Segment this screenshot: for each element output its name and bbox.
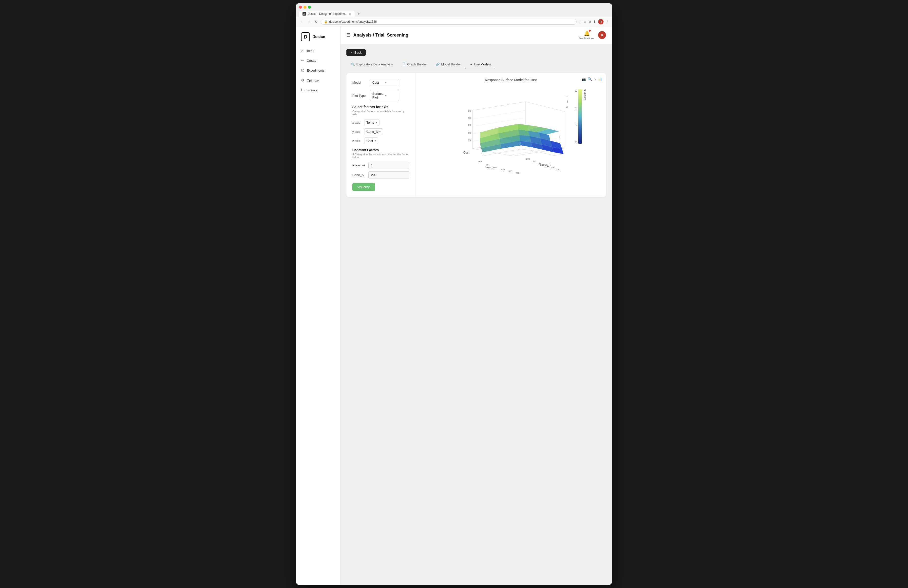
profile-button[interactable]: R xyxy=(598,19,604,24)
header-right: 🔔 Notifications R xyxy=(580,31,606,40)
bookmark-button[interactable]: ☆ xyxy=(584,20,587,24)
sidebar-item-optimize[interactable]: ⚙ Optimze xyxy=(296,76,340,85)
svg-text:95: 95 xyxy=(468,110,471,112)
maximize-traffic-light[interactable] xyxy=(308,6,311,9)
browser-tab[interactable]: D Desice - Design of Experime... ✕ xyxy=(299,11,354,17)
notification-badge xyxy=(589,30,591,32)
model-select-arrow: ▾ xyxy=(385,81,396,84)
select-factors-title: Select factors for axis xyxy=(353,105,409,109)
svg-text:+: + xyxy=(566,94,568,98)
nav-items: ⌂ Home ✏ Create ⬡ Experiments ⚙ Optimze … xyxy=(296,46,340,95)
svg-text:260: 260 xyxy=(544,164,547,167)
sidebar-item-experiments[interactable]: ⬡ Experiments xyxy=(296,66,340,75)
y-axis-label: y axis xyxy=(353,130,362,134)
home-chart-button[interactable]: ⌂ xyxy=(594,77,596,81)
x-axis-row: x axis Temp ▾ xyxy=(353,119,409,126)
chart-title: Response Surface Model for Cost xyxy=(420,78,601,82)
logo-icon: D xyxy=(301,32,310,41)
x-axis-select-arrow: ▾ xyxy=(376,121,377,124)
sidebar-item-create[interactable]: ✏ Create xyxy=(296,56,340,65)
svg-text:360: 360 xyxy=(493,166,496,169)
app-header: ☰ Analysis / Trial_Screening 🔔 Notificat… xyxy=(340,26,612,44)
tab-use-models[interactable]: ✦ Use Models xyxy=(465,60,496,69)
pressure-row: Pressure xyxy=(353,162,409,169)
tab-close-button[interactable]: ✕ xyxy=(349,12,351,16)
url-text: desice.io/experiments/analysis/1536 xyxy=(329,20,377,23)
temp-axis-label: Temp xyxy=(485,166,492,169)
svg-text:300: 300 xyxy=(556,168,560,171)
model-select[interactable]: Cost ▾ xyxy=(370,79,399,86)
zoom-button[interactable]: 🔍 xyxy=(588,77,592,81)
address-bar[interactable]: 🔒 desice.io/experiments/analysis/1536 xyxy=(321,19,576,25)
visualize-button[interactable]: Visualize xyxy=(353,183,375,191)
back-nav-button[interactable]: ← xyxy=(299,19,304,24)
constant-factors-section: Constant Factors If Categorical factor i… xyxy=(353,148,409,179)
model-field-row: Model Cost ▾ xyxy=(353,79,409,86)
sidebar-item-optimize-label: Optimze xyxy=(307,79,319,82)
tab-eda[interactable]: 🔍 Exploratory Data Analysis xyxy=(346,60,397,69)
constant-factors-title: Constant Factors xyxy=(353,148,409,152)
close-traffic-light[interactable] xyxy=(299,6,302,9)
experiments-icon: ⬡ xyxy=(301,68,304,72)
create-icon: ✏ xyxy=(301,58,304,63)
download-button[interactable]: ⬇ xyxy=(593,20,596,24)
model-label: Model xyxy=(353,81,367,84)
color-scale-label-85: 85 xyxy=(575,106,577,110)
eda-icon: 🔍 xyxy=(351,63,355,66)
app-main: ☰ Analysis / Trial_Screening 🔔 Notificat… xyxy=(340,26,612,585)
svg-text:380: 380 xyxy=(485,163,489,166)
conc-a-input[interactable] xyxy=(369,171,409,179)
user-avatar[interactable]: R xyxy=(598,31,606,39)
reload-button[interactable]: ↻ xyxy=(314,19,319,24)
back-button[interactable]: ← Back xyxy=(346,49,365,56)
tab-model-builder[interactable]: 🔗 Model Builder xyxy=(431,60,465,69)
plot-type-select[interactable]: Surface Plot ▾ xyxy=(370,90,399,101)
sidebar-item-home-label: Home xyxy=(306,49,314,53)
app-name: Desice xyxy=(312,35,325,39)
notifications-button[interactable]: 🔔 Notifications xyxy=(580,31,594,40)
color-scale-axis-label: Cost in € xyxy=(583,89,586,100)
z-axis-select-arrow: ▾ xyxy=(375,139,376,142)
svg-text:⬇: ⬇ xyxy=(566,100,568,103)
model-icon: 🔗 xyxy=(436,63,440,66)
x-axis-select[interactable]: Temp ▾ xyxy=(364,119,380,126)
svg-text:320: 320 xyxy=(508,170,512,172)
sidebar-toggle-button[interactable]: ☰ xyxy=(346,32,350,38)
sidebar-item-tutorials-label: Tutorials xyxy=(305,89,317,92)
camera-button[interactable]: 📷 xyxy=(581,77,586,81)
svg-text:85: 85 xyxy=(468,124,471,127)
svg-text:300: 300 xyxy=(516,172,519,174)
tabs-row: 🔍 Exploratory Data Analysis 📄 Graph Buil… xyxy=(346,60,606,69)
conc-a-row: Conc_A xyxy=(353,171,409,179)
translate-button[interactable]: ⊞ xyxy=(579,20,581,24)
content-area: ← Back 🔍 Exploratory Data Analysis 📄 Gra… xyxy=(340,44,612,585)
sidebar-item-experiments-label: Experiments xyxy=(307,69,324,72)
extensions-button[interactable]: ⧉ xyxy=(589,20,591,24)
color-scale-label-90: 90 xyxy=(575,89,577,92)
y-axis-select[interactable]: Conc_B ▾ xyxy=(364,128,383,135)
svg-text:400: 400 xyxy=(478,160,481,163)
tab-graph-builder[interactable]: 📄 Graph Builder xyxy=(397,60,431,69)
bar-chart-button[interactable]: 📊 xyxy=(598,77,602,81)
new-tab-button[interactable]: + xyxy=(356,11,362,17)
page-title: Analysis / Trial_Screening xyxy=(353,32,408,38)
use-models-icon: ✦ xyxy=(470,63,473,66)
svg-text:⚙: ⚙ xyxy=(566,106,568,109)
sidebar-item-home[interactable]: ⌂ Home xyxy=(296,46,340,55)
pressure-input[interactable] xyxy=(369,162,409,169)
svg-text:200: 200 xyxy=(526,158,530,160)
forward-nav-button[interactable]: → xyxy=(306,19,312,24)
sidebar-item-tutorials[interactable]: ℹ Tutorials xyxy=(296,85,340,95)
logo-area: D Desice xyxy=(296,31,340,46)
right-panel: Response Surface Model for Cost 📷 🔍 ⌂ 📊 xyxy=(415,73,606,197)
z-axis-select[interactable]: Cost ▾ xyxy=(364,137,378,144)
menu-button[interactable]: ⋮ xyxy=(605,20,609,24)
tab-title: Desice - Design of Experime... xyxy=(307,12,348,16)
plot-type-select-arrow: ▾ xyxy=(385,94,396,97)
notifications-label: Notifications xyxy=(580,37,594,40)
sidebar: D Desice ⌂ Home ✏ Create ⬡ Experiments xyxy=(296,26,340,585)
minimize-traffic-light[interactable] xyxy=(303,6,306,9)
constant-factors-sub: If Categorical factor is in model enter … xyxy=(353,153,409,159)
sidebar-item-create-label: Create xyxy=(307,59,316,63)
main-panel: Model Cost ▾ Plot Type Surface Plot ▾ xyxy=(346,73,606,197)
